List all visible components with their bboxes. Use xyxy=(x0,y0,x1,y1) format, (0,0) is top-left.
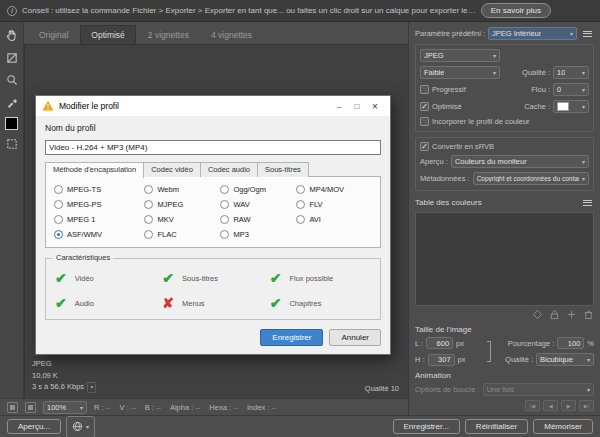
percent-input[interactable]: 100 xyxy=(557,337,584,349)
constrain-proportions-icon[interactable] xyxy=(487,341,491,362)
view-tabs: OriginalOptimisé2 vignettes4 vignettes xyxy=(24,22,408,44)
color-table-menu-icon[interactable] xyxy=(580,196,594,209)
learn-more-button[interactable]: En savoir plus xyxy=(481,3,551,18)
embed-profile-label: Incorporer le profil de couleur xyxy=(432,117,530,126)
delete-color-icon[interactable] xyxy=(582,309,594,320)
loop-options-dropdown[interactable]: Une fois xyxy=(483,383,594,396)
view-tab[interactable]: 2 vignettes xyxy=(138,25,199,44)
view-tab[interactable]: Optimisé xyxy=(80,25,136,44)
view-tab[interactable]: 4 vignettes xyxy=(201,25,262,44)
encapsulation-option-label: AVI xyxy=(309,215,321,224)
encapsulation-option[interactable]: MP3 xyxy=(220,230,292,239)
optimized-checkbox[interactable] xyxy=(420,102,429,111)
save-button[interactable]: Enregistrer... xyxy=(393,419,460,434)
feature-label: Flux possible xyxy=(289,274,333,283)
browser-preview-dropdown[interactable]: ▾ xyxy=(66,416,95,437)
metadata-label: Métadonnées : xyxy=(420,174,470,183)
encapsulation-option-label: Ogg/Ogm xyxy=(233,185,266,194)
reset-button[interactable]: Réinitialiser xyxy=(465,419,528,434)
dialog-title-bar[interactable]: Modifier le profil xyxy=(36,96,390,116)
preview-dropdown[interactable]: Couleurs du moniteur xyxy=(451,155,589,168)
color-readouts: R : -- V : -- B : -- Alpha : -- Hexa : -… xyxy=(94,403,277,412)
feature-item: ✔ Sous-titres xyxy=(162,271,263,285)
eyedropper-tool-button[interactable] xyxy=(4,95,19,110)
encapsulation-option[interactable]: MP4/MOV xyxy=(296,185,372,194)
cancel-button[interactable]: Annuler xyxy=(329,329,381,346)
dialog-tab[interactable]: Sous-titres xyxy=(257,162,309,177)
format-options-group: JPEG Faible Qualité : 10 Progressif Flou… xyxy=(415,44,594,132)
height-input[interactable]: 307 xyxy=(428,354,455,366)
progressive-checkbox[interactable] xyxy=(420,85,429,94)
preview-canvas[interactable]: Modifier le profil Nom du profil Méthode… xyxy=(24,44,408,398)
encapsulation-option[interactable]: MKV xyxy=(144,215,216,224)
panel-menu-icon[interactable] xyxy=(580,27,594,40)
feature-label: Menus xyxy=(182,299,205,308)
hand-tool-button[interactable] xyxy=(4,29,19,44)
height-unit: px xyxy=(458,355,466,364)
web-shift-icon[interactable] xyxy=(531,309,543,320)
maximize-icon[interactable] xyxy=(348,98,366,114)
encapsulation-option[interactable]: WAV xyxy=(220,200,292,209)
encapsulation-option[interactable]: Ogg/Ogm xyxy=(220,185,292,194)
width-input[interactable]: 600 xyxy=(426,337,453,349)
encapsulation-options: MPEG-TS Webm Ogg/Ogm MP4/MOV MPE xyxy=(54,185,372,239)
toggle-slices-button[interactable] xyxy=(4,137,19,152)
radio-icon xyxy=(144,185,153,194)
preset-dropdown[interactable]: JPEG Inférieur xyxy=(488,27,577,40)
blur-stepper[interactable]: 0 xyxy=(553,83,589,96)
frame-nav-button[interactable]: ▶| xyxy=(579,400,594,411)
eyedropper-color-swatch[interactable] xyxy=(5,117,18,130)
percent-unit: % xyxy=(587,339,594,348)
preview-button[interactable]: Aperçu... xyxy=(7,419,61,434)
minimize-icon[interactable] xyxy=(330,98,348,114)
radio-icon xyxy=(54,230,63,239)
loop-options-label: Options de boucle : xyxy=(415,385,480,394)
dialog-tab[interactable]: Codec vidéo xyxy=(143,162,201,177)
dialog-tab[interactable]: Codec audio xyxy=(200,162,258,177)
compression-dropdown[interactable]: Faible xyxy=(420,66,500,79)
encapsulation-panel: MPEG-TS Webm Ogg/Ogm MP4/MOV MPE xyxy=(45,176,381,248)
radio-icon xyxy=(54,200,63,209)
zoom-level-dropdown[interactable]: 100% xyxy=(43,401,87,414)
encapsulation-option[interactable]: MPEG-PS xyxy=(54,200,140,209)
metadata-dropdown[interactable]: Copyright et coordonnées du contact xyxy=(473,172,589,185)
close-icon[interactable] xyxy=(366,98,384,114)
encapsulation-option[interactable]: ASF/WMV xyxy=(54,230,140,239)
magnifier-icon xyxy=(6,72,18,90)
frame-nav-button[interactable]: |◀ xyxy=(525,400,540,411)
profile-name-input[interactable] xyxy=(45,140,381,155)
dialog-tab[interactable]: Méthode d'encapsulation xyxy=(45,162,144,178)
encapsulation-option[interactable]: MPEG 1 xyxy=(54,215,140,224)
encapsulation-option[interactable]: FLV xyxy=(296,200,372,209)
lock-color-icon[interactable] xyxy=(548,309,560,320)
encapsulation-option[interactable]: MJPEG xyxy=(144,200,216,209)
zoom-tool-button[interactable] xyxy=(4,73,19,88)
encapsulation-option[interactable]: MPEG-TS xyxy=(54,185,140,194)
remember-button[interactable]: Mémoriser xyxy=(533,419,593,434)
dialog-tabs: Méthode d'encapsulationCodec vidéoCodec … xyxy=(45,162,381,177)
save-profile-button[interactable]: Enregistrer xyxy=(260,329,323,346)
frame-nav-button[interactable]: ▶ xyxy=(561,400,576,411)
frame-nav-button[interactable]: ◀ xyxy=(543,400,558,411)
percent-label: Pourcentage : xyxy=(508,339,555,348)
view-tab[interactable]: Original xyxy=(29,25,78,44)
slice-select-tool-button[interactable] xyxy=(4,51,19,66)
encapsulation-option[interactable]: FLAC xyxy=(144,230,216,239)
color-table-title: Table des couleurs xyxy=(415,198,482,207)
encapsulation-option[interactable]: Webm xyxy=(144,185,216,194)
zoom-toggle-icon[interactable] xyxy=(25,402,36,413)
download-speed-menu-icon[interactable]: ▾ xyxy=(87,382,96,393)
color-table[interactable] xyxy=(415,212,594,306)
format-dropdown[interactable]: JPEG xyxy=(420,49,500,62)
hand-toggle-icon[interactable] xyxy=(7,402,18,413)
convert-srgb-checkbox[interactable] xyxy=(420,142,429,151)
new-color-icon[interactable] xyxy=(565,309,577,320)
resample-dropdown[interactable]: Bicubique xyxy=(536,353,594,366)
embed-profile-checkbox[interactable] xyxy=(420,117,429,126)
encapsulation-option[interactable]: RAW xyxy=(220,215,292,224)
encapsulation-option[interactable]: AVI xyxy=(296,215,372,224)
preview-label: Aperçu : xyxy=(420,157,448,166)
quality-stepper[interactable]: 10 xyxy=(553,66,589,79)
radio-icon xyxy=(144,215,153,224)
matte-dropdown[interactable] xyxy=(553,100,589,113)
